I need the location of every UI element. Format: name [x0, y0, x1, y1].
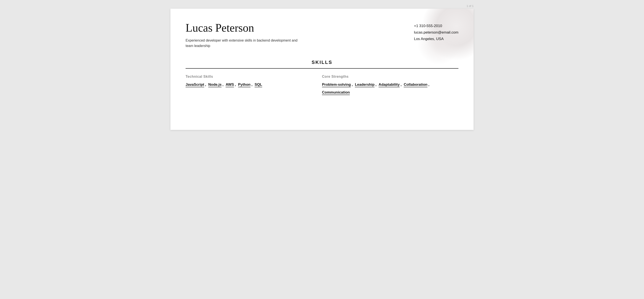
- skills-section: SKILLS Technical Skills JavaScript, Node…: [186, 60, 458, 98]
- skill-javascript: JavaScript: [186, 82, 204, 87]
- skill-aws: AWS: [226, 82, 234, 87]
- technical-skills-list: JavaScript, Node.js, AWS, Python, SQL: [186, 82, 322, 90]
- header-left: Lucas Peterson Experienced developer wit…: [186, 22, 349, 49]
- sep-7: ,: [400, 82, 402, 87]
- sep-3: ,: [235, 82, 236, 87]
- skills-grid: Technical Skills JavaScript, Node.js, AW…: [186, 75, 458, 98]
- page-container: 1 of 1 Lucas Peterson Experienced develo…: [170, 9, 474, 130]
- resume-page: Lucas Peterson Experienced developer wit…: [170, 9, 474, 130]
- skill-nodejs: Node.js: [208, 82, 222, 87]
- sep-5: ,: [352, 82, 353, 87]
- technical-skills-label: Technical Skills: [186, 75, 322, 78]
- header-section: Lucas Peterson Experienced developer wit…: [186, 22, 458, 49]
- skills-section-title: SKILLS: [186, 60, 458, 65]
- sep-4: ,: [252, 82, 252, 87]
- sep-6: ,: [376, 82, 376, 87]
- contact-location: Los Angeles, USA: [414, 37, 458, 41]
- skill-leadership: Leadership: [355, 82, 374, 87]
- candidate-name: Lucas Peterson: [186, 22, 349, 34]
- core-strengths-list: Problem-solving, Leadership, Adaptabilit…: [322, 82, 458, 98]
- contact-phone: +1 310-555-2010: [414, 24, 458, 28]
- skill-adaptability: Adaptability: [378, 82, 400, 87]
- skill-sql: SQL: [255, 82, 262, 87]
- page-number: 1 of 1: [466, 4, 474, 8]
- skill-communication: Communication: [322, 90, 350, 94]
- section-divider: [186, 68, 458, 69]
- sep-8: ,: [428, 82, 430, 87]
- skill-python: Python: [238, 82, 250, 87]
- content: Lucas Peterson Experienced developer wit…: [186, 22, 458, 98]
- technical-skills-column: Technical Skills JavaScript, Node.js, AW…: [186, 75, 322, 98]
- sep-2: ,: [222, 82, 224, 87]
- candidate-summary: Experienced developer with extensive ski…: [186, 38, 298, 49]
- contact-email: lucas.peterson@email.com: [414, 30, 458, 35]
- core-strengths-label: Core Strengths: [322, 75, 458, 78]
- skill-collaboration: Collaboration: [404, 82, 428, 87]
- contact-info: +1 310-555-2010 lucas.peterson@email.com…: [414, 22, 458, 43]
- core-strengths-column: Core Strengths Problem-solving, Leadersh…: [322, 75, 458, 98]
- skill-problem-solving: Problem-solving: [322, 82, 351, 87]
- sep-1: ,: [205, 82, 206, 87]
